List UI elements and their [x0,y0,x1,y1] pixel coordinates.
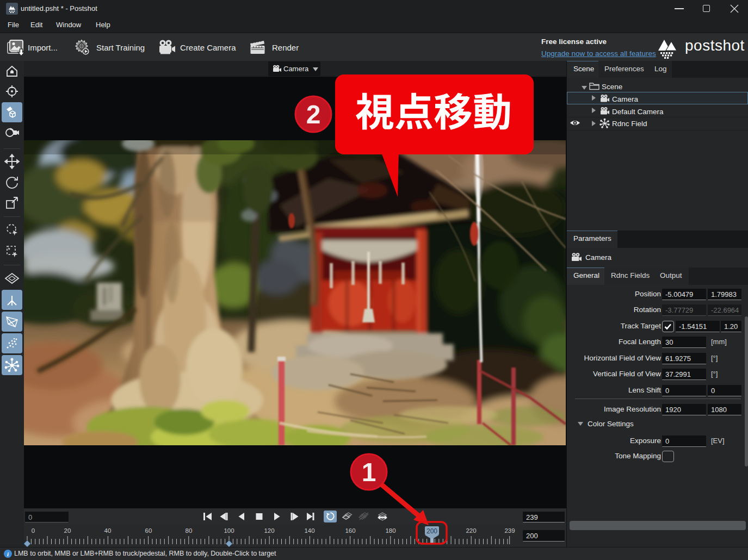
svg-text:2: 2 [306,100,321,129]
svg-text:1: 1 [362,458,376,487]
